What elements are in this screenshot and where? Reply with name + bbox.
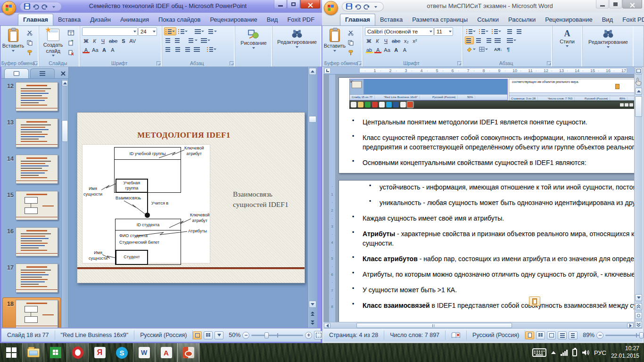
multilevel-list-button[interactable] [490,27,503,35]
slide-number-status[interactable]: Слайд 18 из 77 [1,330,55,340]
ppt-tab-вид[interactable]: Вид [262,14,283,25]
volume-icon[interactable] [582,349,589,356]
taskbar-explorer-button[interactable] [22,343,44,362]
font-name-select[interactable] [82,27,138,36]
document-paragraph[interactable]: •Класс взаимосвязей в IDEF1 представляет… [339,301,643,310]
slide-thumbnail-row[interactable]: 12 [2,80,61,116]
italic-button[interactable]: К [91,37,99,45]
word-vertical-scrollbar[interactable] [634,67,643,329]
paste-button[interactable]: Вставить [324,27,345,58]
delete-slide-button[interactable] [66,48,76,57]
language-indicator[interactable]: РУС [594,349,606,356]
shading-button[interactable] [465,45,477,53]
zoom-slider-thumb[interactable] [639,332,644,338]
panel-close-button[interactable] [60,71,66,76]
taskbar-store-button[interactable] [44,343,66,362]
slide-layout-button[interactable] [66,28,76,37]
qat-customize-button[interactable] [50,3,58,10]
borders-button[interactable] [478,45,489,53]
slideshow-button[interactable] [215,331,223,339]
slide-sorter-button[interactable] [204,331,213,339]
ppt-titlebar[interactable]: Семейство технологий IDEF общ - Microsof… [0,0,322,13]
char-spacing-button[interactable]: AV [128,37,137,45]
save-button[interactable] [345,3,353,10]
slide-thumbnail[interactable] [16,82,58,111]
theme-name-status[interactable]: "Red Line Business 16x9" [55,330,135,340]
paste-button[interactable]: Вставить [2,27,24,58]
convert-smartart-button[interactable] [206,45,218,53]
decrease-indent-button[interactable] [506,27,515,35]
qat-customize-button[interactable] [372,3,380,10]
font-name-select[interactable]: Calibri (Основной те [365,27,434,36]
idef1-diagram[interactable]: ID учебной группы Учебнаягруппа ID студе… [82,144,210,263]
panel-scroll-up[interactable] [62,80,68,86]
next-page-button[interactable] [635,321,642,328]
next-slide-button[interactable] [309,319,316,326]
grow-font-button[interactable]: А [392,46,400,54]
panel-tab-slides[interactable] [4,68,29,78]
zoom-out-button[interactable]: − [596,332,603,339]
document-paragraph[interactable]: •устойчивость - информация, имеющая отно… [339,182,643,192]
align-left-button[interactable] [164,45,173,53]
word-titlebar[interactable]: ответы МиСПИСиТ экзамен - Microsoft Word [322,0,644,13]
shadow-button[interactable]: S [119,37,127,45]
paste-options-button[interactable] [529,296,540,306]
zoom-slider[interactable] [605,335,644,336]
bullets-button[interactable] [164,27,176,35]
web-layout-button[interactable] [547,331,556,339]
show-hidden-icons-button[interactable] [551,351,556,354]
change-case-button[interactable]: Аа [91,46,100,54]
proofing-status[interactable] [446,330,467,340]
document-paragraph[interactable]: •У сущности может быть >1 КА. [339,285,643,295]
editing-button[interactable]: Редактирование [585,27,632,58]
battery-icon[interactable] [572,349,577,356]
zoom-percent[interactable]: 89% [579,332,594,338]
change-case-button[interactable]: Аа [382,46,392,54]
save-button[interactable] [23,3,31,10]
subscript-button[interactable]: x₂ [402,37,410,45]
slide-caption[interactable]: Взаимосвязь сущностей IDEF1 [233,189,289,209]
fullscreen-reading-button[interactable] [536,331,545,339]
word-close-button[interactable] [622,0,642,8]
copy-button[interactable] [346,38,355,47]
paragraph-dialog-launcher[interactable] [547,61,551,66]
word-tab-ссылки[interactable]: Ссылки [472,14,504,25]
clipboard-dialog-launcher[interactable] [357,61,362,66]
slide-thumbnail[interactable] [16,227,58,256]
normal-view-button[interactable] [193,331,202,339]
word-tab-рассылки[interactable]: Рассылки [504,14,540,25]
taskbar-word-button[interactable]: W [133,343,155,362]
document-paragraph[interactable]: •Центральным понятием методологии IDEF1 … [339,117,643,127]
font-size-select[interactable]: 11 [434,27,453,36]
justify-button[interactable] [493,36,502,44]
slide-title[interactable]: МЕТОДОЛОГИЯ IDEF1 [77,131,290,140]
underline-button[interactable]: Ч [99,37,107,45]
reset-slide-button[interactable] [66,38,76,47]
draft-view-button[interactable] [569,331,578,339]
document-page[interactable]: 16 Слайд 15 из 77"Red Line Business 16x9… [339,77,643,173]
justify-button[interactable] [192,45,201,53]
word-horizontal-scrollbar[interactable] [323,322,634,329]
taskbar-start-button[interactable] [0,343,22,362]
ppt-tab-foxit-pdf[interactable]: Foxit PDF [282,14,319,25]
redo-button[interactable] [363,3,371,10]
document-paragraph[interactable]: •Атрибуты - характерные свойства и призн… [339,229,643,248]
zoom-out-button[interactable]: − [242,332,249,339]
italic-button[interactable]: К [373,37,381,45]
ppt-vertical-scrollbar[interactable] [307,67,317,328]
numbering-button[interactable] [478,27,490,35]
select-browse-object-button[interactable] [635,312,642,319]
embedded-screenshot-image[interactable]: 16 Слайд 15 из 77"Red Line Business 16x9… [349,79,636,109]
highlight-button[interactable]: ab [365,46,373,54]
word-tab-рецензирование[interactable]: Рецензирование [540,14,597,25]
panel-scroll-thumb[interactable] [62,120,68,142]
word-maximize-button[interactable] [609,0,622,8]
document-paragraph[interactable]: •Класс атрибутов - набор пар, состоящих … [339,254,643,263]
font-color-button[interactable]: А [374,46,382,54]
word-vertical-ruler[interactable]: 1·2·3·4·5·6·7·8· [329,74,335,322]
ppt-close-button[interactable] [300,0,320,8]
network-icon[interactable] [561,349,568,356]
word-minimize-button[interactable] [596,0,609,8]
outline-view-button[interactable] [558,331,567,339]
word-tab-вставка[interactable]: Вставка [375,14,407,25]
